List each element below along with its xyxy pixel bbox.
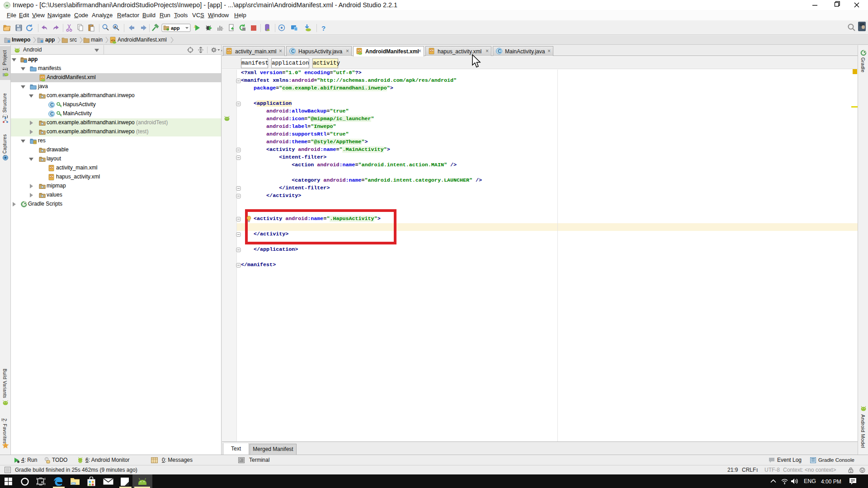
svg-text:A: A (114, 25, 117, 29)
svg-text:app: app (171, 25, 180, 31)
svg-text:C: C (291, 48, 295, 54)
svg-text:?: ? (321, 24, 326, 32)
svg-text:C: C (498, 48, 501, 54)
